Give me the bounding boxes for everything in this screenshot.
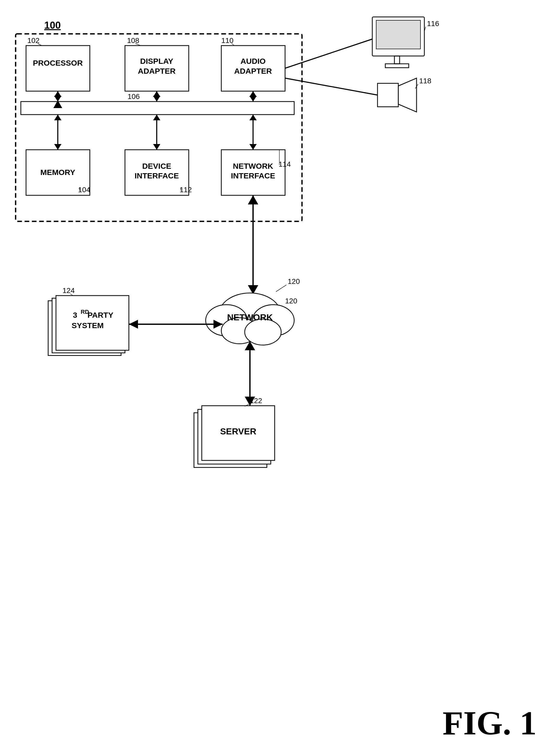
svg-text:ADAPTER: ADAPTER [234, 67, 272, 75]
svg-text:PARTY: PARTY [101, 313, 127, 321]
svg-marker-39 [54, 115, 62, 120]
svg-rect-7 [26, 150, 90, 195]
svg-line-59 [285, 39, 372, 68]
svg-text:MEMORY: MEMORY [40, 168, 75, 177]
svg-marker-51 [249, 115, 257, 120]
svg-text:114: 114 [279, 160, 291, 168]
svg-text:120: 120 [285, 297, 297, 305]
svg-text:DISPLAY: DISPLAY [140, 57, 173, 65]
svg-point-70 [219, 293, 281, 337]
svg-text:NETWORK: NETWORK [227, 312, 273, 322]
svg-marker-69 [248, 285, 258, 294]
svg-text:108: 108 [127, 37, 139, 44]
svg-marker-97 [245, 397, 255, 406]
svg-rect-54 [376, 20, 420, 49]
svg-marker-34 [53, 108, 62, 116]
svg-marker-61 [398, 78, 416, 112]
svg-text:3: 3 [90, 313, 95, 321]
svg-marker-68 [248, 195, 258, 204]
svg-text:SERVER: SERVER [220, 426, 256, 436]
svg-marker-37 [54, 96, 62, 102]
svg-text:RD: RD [93, 311, 101, 318]
svg-marker-46 [153, 144, 160, 150]
svg-marker-49 [249, 96, 257, 102]
svg-text:NETWORK: NETWORK [233, 162, 273, 170]
svg-text:3: 3 [73, 311, 77, 319]
svg-line-85 [70, 294, 73, 296]
svg-rect-0 [15, 34, 302, 221]
svg-rect-21 [221, 45, 285, 91]
svg-marker-33 [53, 100, 62, 108]
svg-marker-96 [245, 341, 255, 350]
svg-text:ADAPTER: ADAPTER [138, 67, 176, 75]
svg-text:120: 120 [288, 277, 300, 285]
svg-text:100: 100 [44, 20, 61, 31]
svg-line-64 [285, 78, 378, 95]
svg-text:DEVICE: DEVICE [142, 162, 171, 170]
svg-text:RD: RD [81, 308, 89, 315]
svg-text:122: 122 [250, 397, 262, 405]
svg-point-71 [206, 305, 247, 336]
svg-text:116: 116 [427, 19, 439, 28]
svg-text:INTERFACE: INTERFACE [135, 171, 179, 180]
svg-marker-45 [153, 115, 160, 120]
svg-rect-79 [56, 296, 129, 350]
svg-text:102: 102 [27, 37, 40, 44]
svg-text:106: 106 [127, 93, 140, 101]
svg-rect-56 [385, 64, 409, 68]
svg-rect-26 [221, 150, 285, 195]
svg-marker-52 [249, 144, 257, 150]
svg-line-25 [232, 44, 234, 45]
svg-marker-40 [54, 144, 62, 150]
svg-rect-77 [48, 301, 121, 356]
svg-text:118: 118 [419, 77, 431, 85]
svg-marker-48 [249, 91, 257, 97]
svg-text:SYSTEM: SYSTEM [71, 321, 104, 330]
svg-text:INTERFACE: INTERFACE [231, 171, 275, 180]
svg-marker-43 [153, 96, 160, 102]
svg-text:AUDIO: AUDIO [240, 57, 266, 65]
svg-marker-88 [213, 320, 223, 329]
svg-rect-91 [202, 406, 275, 460]
svg-line-66 [276, 285, 286, 292]
svg-text:PROCESSOR: PROCESSOR [33, 59, 83, 67]
svg-marker-42 [153, 91, 160, 97]
svg-line-94 [245, 404, 249, 406]
svg-point-73 [221, 318, 258, 344]
svg-rect-31 [21, 102, 294, 115]
svg-text:PARTY: PARTY [88, 311, 113, 319]
diagram: 100 PROCESSOR 102 MEMORY 104 DISPLAY ADA… [0, 0, 535, 756]
svg-rect-60 [378, 83, 398, 107]
svg-rect-16 [125, 150, 189, 195]
svg-text:104: 104 [78, 186, 90, 194]
svg-rect-99 [56, 296, 128, 350]
svg-text:SYSTEM: SYSTEM [76, 322, 108, 331]
svg-text:110: 110 [221, 37, 234, 44]
svg-point-72 [253, 305, 294, 336]
svg-line-6 [38, 44, 42, 45]
svg-line-58 [424, 27, 426, 31]
svg-rect-11 [125, 45, 189, 91]
diagram-svg: 100 PROCESSOR 102 MEMORY 104 DISPLAY ADA… [0, 0, 535, 756]
svg-marker-36 [54, 91, 62, 97]
svg-marker-87 [129, 320, 138, 329]
svg-rect-53 [372, 17, 424, 56]
svg-line-63 [415, 84, 418, 89]
svg-rect-55 [394, 56, 400, 64]
svg-line-15 [135, 44, 141, 45]
svg-rect-3 [26, 45, 90, 91]
svg-text:112: 112 [180, 186, 192, 194]
svg-text:FIG. 1: FIG. 1 [442, 704, 535, 742]
svg-point-74 [245, 319, 281, 345]
svg-rect-78 [52, 298, 125, 353]
svg-text:124: 124 [63, 286, 75, 295]
svg-rect-90 [198, 409, 271, 464]
svg-rect-89 [194, 413, 267, 467]
